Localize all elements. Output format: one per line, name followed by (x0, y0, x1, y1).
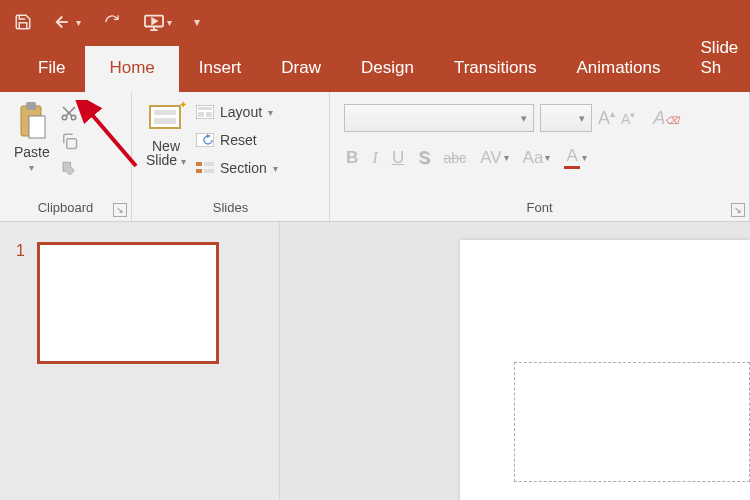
svg-rect-16 (198, 112, 204, 117)
svg-rect-20 (196, 162, 202, 166)
svg-rect-11 (154, 110, 176, 115)
svg-rect-4 (29, 116, 45, 138)
paste-button[interactable]: Paste ▾ (10, 98, 54, 175)
tab-design[interactable]: Design (341, 46, 434, 92)
undo-icon[interactable]: ▾ (54, 14, 81, 30)
font-size-combo[interactable]: ▾ (540, 104, 592, 132)
svg-rect-10 (150, 106, 180, 128)
slide-thumbnail-pane[interactable]: 1 (0, 222, 280, 500)
chevron-down-icon: ▾ (29, 162, 34, 173)
title-placeholder[interactable] (514, 362, 750, 482)
group-label-font: Font (340, 200, 739, 219)
svg-rect-23 (204, 169, 214, 173)
group-slides: ✦ New Slide ▾ Layout ▾ Reset Section ▾ (132, 92, 330, 221)
svg-rect-9 (67, 139, 77, 149)
svg-point-5 (62, 115, 67, 120)
strikethrough-button[interactable]: abc (444, 150, 467, 166)
paste-label: Paste (14, 144, 50, 160)
redo-icon[interactable] (103, 14, 121, 30)
format-painter-icon[interactable] (60, 160, 78, 178)
tab-slideshow[interactable]: Slide Sh (681, 26, 750, 92)
ribbon-tabs: File Home Insert Draw Design Transitions… (0, 44, 750, 92)
chevron-down-icon: ▾ (181, 156, 186, 167)
svg-marker-1 (152, 18, 157, 23)
slide-canvas[interactable] (280, 222, 750, 500)
svg-rect-15 (198, 107, 212, 110)
shrink-font-icon[interactable]: A▾ (621, 110, 635, 127)
slide[interactable] (460, 240, 750, 500)
svg-rect-12 (154, 118, 176, 124)
char-spacing-button[interactable]: AV▾ (480, 148, 508, 168)
layout-label: Layout (220, 104, 262, 120)
thumbnail-number: 1 (16, 242, 25, 364)
tab-insert[interactable]: Insert (179, 46, 262, 92)
new-slide-label-2: Slide (146, 152, 177, 168)
svg-point-6 (71, 115, 76, 120)
customize-qat-icon[interactable]: ▾ (194, 15, 200, 29)
grow-font-icon[interactable]: A▴ (598, 108, 615, 129)
svg-rect-17 (206, 112, 212, 117)
cut-icon[interactable] (60, 104, 78, 122)
group-font: ▾ ▾ A▴ A▾ A⌫ B I U S abc AV▾ Aa▾ A ▾ Fon… (330, 92, 750, 221)
copy-icon[interactable] (60, 132, 78, 150)
editor-area: 1 (0, 222, 750, 500)
group-clipboard: Paste ▾ Clipboard ↘ (0, 92, 132, 221)
quick-access-toolbar: ▾ ▾ ▾ (0, 0, 750, 44)
font-name-combo[interactable]: ▾ (344, 104, 534, 132)
change-case-button[interactable]: Aa▾ (523, 148, 551, 168)
chevron-down-icon: ▾ (273, 163, 278, 174)
thumbnail-preview[interactable] (37, 242, 219, 364)
text-shadow-button[interactable]: S (418, 148, 429, 168)
italic-button[interactable]: I (372, 148, 378, 168)
new-slide-button[interactable]: ✦ New Slide ▾ (142, 98, 190, 170)
save-icon[interactable] (14, 13, 32, 31)
svg-rect-22 (196, 169, 202, 173)
present-from-start-icon[interactable]: ▾ (143, 13, 172, 31)
clipboard-dialog-launcher-icon[interactable]: ↘ (113, 203, 127, 217)
tab-transitions[interactable]: Transitions (434, 46, 557, 92)
thumbnail-slide-1[interactable]: 1 (16, 242, 263, 364)
chevron-down-icon: ▾ (268, 107, 273, 118)
bold-button[interactable]: B (346, 148, 358, 168)
section-label: Section (220, 160, 267, 176)
tab-animations[interactable]: Animations (556, 46, 680, 92)
tab-draw[interactable]: Draw (261, 46, 341, 92)
ribbon: Paste ▾ Clipboard ↘ ✦ New (0, 92, 750, 222)
section-button[interactable]: Section ▾ (196, 160, 278, 176)
underline-button[interactable]: U (392, 148, 404, 168)
reset-label: Reset (220, 132, 257, 148)
layout-button[interactable]: Layout ▾ (196, 104, 278, 120)
svg-rect-21 (204, 162, 214, 166)
clear-formatting-icon[interactable]: A⌫ (653, 108, 679, 129)
svg-text:✦: ✦ (179, 100, 186, 110)
font-dialog-launcher-icon[interactable]: ↘ (731, 203, 745, 217)
svg-rect-3 (26, 102, 36, 110)
group-label-clipboard: Clipboard (10, 200, 121, 219)
tab-file[interactable]: File (18, 46, 85, 92)
reset-button[interactable]: Reset (196, 132, 278, 148)
group-label-slides: Slides (142, 200, 319, 219)
tab-home[interactable]: Home (85, 46, 178, 92)
font-color-button[interactable]: A ▾ (564, 146, 586, 169)
